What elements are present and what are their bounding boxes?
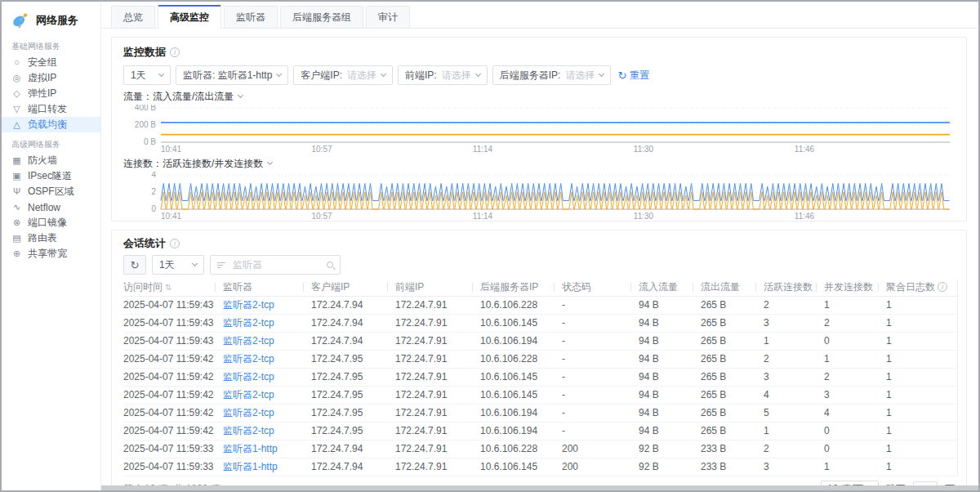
- sessions-period-value: 1天: [159, 258, 175, 272]
- sidebar-item-security-group[interactable]: ○安全组: [2, 55, 100, 70]
- tab-audit[interactable]: 审计: [366, 6, 410, 28]
- app-logo: 网络服务: [2, 2, 100, 34]
- tab-overview[interactable]: 总览: [111, 6, 155, 28]
- security-group-icon: ○: [11, 58, 22, 67]
- sessions-card: 会话统计 i ↻ 1天 访问时: [111, 230, 967, 488]
- search-input[interactable]: [231, 258, 321, 271]
- cell: -: [554, 368, 630, 386]
- sidebar-section-label: 高级网络服务: [2, 132, 100, 153]
- sidebar-item-port-forwarding[interactable]: ▽端口转发: [2, 101, 100, 117]
- search-icon[interactable]: [327, 262, 333, 268]
- listener-link[interactable]: 监听器2-tcp: [215, 386, 303, 404]
- listener-link[interactable]: 监听器2-tcp: [215, 314, 303, 332]
- filter-frontend-ip[interactable]: 前端IP:请选择: [398, 65, 488, 85]
- cell: 172.24.7.91: [387, 386, 472, 404]
- listener-link[interactable]: 监听器1-http: [215, 440, 303, 458]
- column-header-0[interactable]: 访问时间⇅: [123, 280, 215, 296]
- monitoring-title-row: 监控数据 i: [123, 46, 955, 59]
- filter-listener[interactable]: 监听器: 监听器1-http: [176, 65, 288, 85]
- tab-advanced-monitoring[interactable]: 高级监控: [158, 5, 221, 29]
- sidebar-item-shared-bandwidth[interactable]: ⊕共享带宽: [2, 246, 100, 262]
- tab-backend-server-groups[interactable]: 后端服务器组: [280, 6, 363, 28]
- cell: 10.6.106.145: [472, 368, 554, 386]
- column-header-9[interactable]: 并发连接数: [816, 280, 878, 296]
- sessions-title: 会话统计: [123, 236, 166, 251]
- cell: 1: [755, 422, 816, 440]
- filter-client-ip[interactable]: 客户端IP:请选择: [293, 65, 393, 85]
- listener-link[interactable]: 监听器2-tcp: [215, 296, 303, 314]
- filter-backend-ip[interactable]: 后端服务器IP:请选择: [492, 65, 612, 85]
- cell: 2025-04-07 11:59:43: [123, 332, 215, 350]
- cell: 10.6.106.228: [472, 296, 554, 314]
- refresh-button[interactable]: ↻: [123, 255, 146, 275]
- column-header-3[interactable]: 前端IP: [387, 280, 472, 296]
- tab-listeners[interactable]: 监听器: [224, 6, 278, 28]
- sidebar-item-load-balancer[interactable]: △负载均衡: [2, 117, 100, 132]
- svg-text:11:14: 11:14: [473, 212, 493, 221]
- sidebar-item-netflow[interactable]: ∿Netflow: [2, 199, 100, 215]
- monitoring-title: 监控数据: [123, 45, 166, 60]
- cell: -: [554, 422, 630, 440]
- listener-link[interactable]: 监听器2-tcp: [215, 350, 303, 368]
- svg-text:11:46: 11:46: [795, 145, 815, 154]
- chevron-down-icon: [158, 71, 164, 77]
- cell: 1: [816, 296, 878, 314]
- filter-frontend-ip-placeholder: 请选择: [442, 69, 471, 83]
- sort-icon[interactable]: ⇅: [165, 283, 172, 292]
- column-header-7[interactable]: 流出流量: [693, 280, 755, 296]
- cell: 1: [816, 458, 878, 476]
- column-header-6[interactable]: 流入流量: [630, 280, 693, 296]
- column-header-10[interactable]: 聚合日志数i: [878, 280, 957, 296]
- column-header-5[interactable]: 状态码: [554, 280, 630, 296]
- sidebar-item-route-table[interactable]: ▤路由表: [2, 230, 100, 246]
- cell: 10.6.106.145: [472, 386, 554, 404]
- horizontal-scrollbar[interactable]: [101, 485, 978, 490]
- listener-link[interactable]: 监听器2-tcp: [215, 404, 303, 422]
- filter-period[interactable]: 1天: [123, 65, 171, 85]
- sidebar-item-firewall[interactable]: ▦防火墙: [2, 153, 100, 168]
- cell: 172.24.7.91: [387, 332, 472, 350]
- cell: 2025-04-07 11:59:33: [123, 458, 215, 476]
- sidebar-item-ospf-area[interactable]: ΨOSPF区域: [2, 184, 100, 199]
- port-mirroring-icon: ⊗: [11, 218, 22, 227]
- listener-link[interactable]: 监听器2-tcp: [215, 368, 303, 386]
- sidebar-section-label: 基础网络服务: [2, 34, 100, 55]
- cell: 1: [878, 368, 957, 386]
- sidebar-item-port-mirroring[interactable]: ⊗端口镜像: [2, 215, 100, 230]
- cell: 94 B: [630, 332, 693, 350]
- refresh-icon: ↻: [131, 259, 140, 271]
- column-header-2[interactable]: 客户端IP: [303, 280, 387, 296]
- cell: 94 B: [630, 368, 693, 386]
- svg-text:400 B: 400 B: [135, 105, 156, 112]
- sidebar-item-virtual-ip[interactable]: ◎虚拟IP: [2, 70, 100, 86]
- cell: 172.24.7.91: [387, 458, 472, 476]
- sidebar-item-label: 虚拟IP: [28, 71, 56, 85]
- listener-link[interactable]: 监听器1-http: [215, 458, 303, 476]
- column-header-4[interactable]: 后端服务器IP: [472, 280, 554, 296]
- cell: 172.24.7.91: [387, 314, 472, 332]
- svg-text:10:41: 10:41: [161, 212, 181, 221]
- cell: 172.24.7.95: [303, 350, 387, 368]
- satellite-dish-icon: [11, 11, 29, 29]
- cell: 2025-04-07 11:59:33: [123, 440, 215, 458]
- listener-link[interactable]: 监听器2-tcp: [215, 422, 303, 440]
- virtual-ip-icon: ◎: [11, 74, 22, 83]
- sidebar-item-label: OSPF区域: [28, 185, 74, 199]
- listener-link[interactable]: 监听器2-tcp: [215, 332, 303, 350]
- sessions-period-select[interactable]: 1天: [152, 255, 204, 275]
- info-icon: i: [170, 239, 180, 248]
- cell: 1: [878, 332, 957, 350]
- sidebar-item-ipsec-tunnel[interactable]: ▣IPsec隧道: [2, 168, 100, 184]
- sidebar-item-elastic-ip[interactable]: ◇弹性IP: [2, 86, 100, 101]
- cell: 2: [755, 350, 816, 368]
- monitoring-card: 监控数据 i 1天监听器: 监听器1-http客户端IP:请选择前端IP:请选择…: [111, 37, 967, 221]
- connections-metric-selector[interactable]: 连接数：活跃连接数/并发连接数: [123, 157, 955, 170]
- column-header-8[interactable]: 活跃连接数: [755, 280, 816, 296]
- column-header-1[interactable]: 监听器: [215, 280, 303, 296]
- reset-button[interactable]: ↻重置: [616, 69, 651, 83]
- cell: 1: [878, 404, 957, 422]
- traffic-metric-selector[interactable]: 流量：流入流量/流出流量: [123, 90, 955, 103]
- cell: 94 B: [630, 404, 693, 422]
- cell: -: [554, 350, 630, 368]
- ospf-area-icon: Ψ: [11, 187, 22, 196]
